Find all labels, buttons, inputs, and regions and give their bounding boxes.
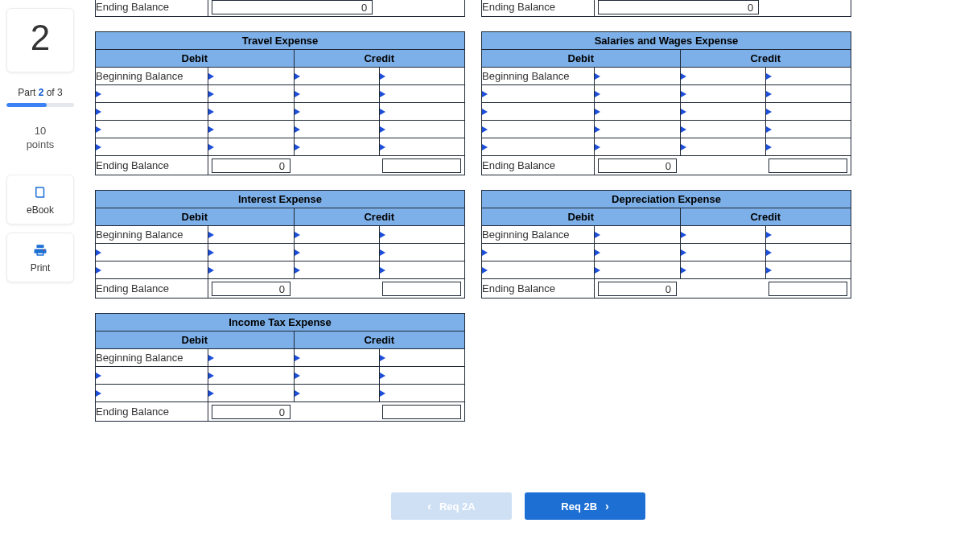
debit-input[interactable] xyxy=(595,261,679,278)
credit-input[interactable] xyxy=(295,226,379,243)
credit-input[interactable] xyxy=(295,385,379,401)
row-label-input[interactable] xyxy=(96,367,208,384)
row-label-input[interactable] xyxy=(96,385,208,401)
credit-input[interactable] xyxy=(681,85,765,102)
credit-input[interactable] xyxy=(681,261,765,278)
credit-input[interactable] xyxy=(380,85,464,102)
prev-button[interactable]: ‹ Req 2A xyxy=(391,492,512,520)
credit-input[interactable] xyxy=(295,367,379,384)
ledger-truncated-right: Beginning Balance Ending Balance 0 xyxy=(481,0,851,17)
row-label-input[interactable] xyxy=(482,85,594,102)
debit-input[interactable] xyxy=(208,85,293,102)
ending-balance-value[interactable]: 0 xyxy=(598,0,759,14)
credit-input[interactable] xyxy=(380,385,464,401)
debit-input[interactable] xyxy=(208,103,293,120)
row-label-input[interactable] xyxy=(482,138,594,155)
row-label-input[interactable] xyxy=(96,244,208,261)
ebook-button[interactable]: eBook xyxy=(6,175,74,224)
ending-credit-box[interactable] xyxy=(769,159,847,173)
ledger-title: Depreciation Expense xyxy=(482,191,851,208)
row-label-input[interactable] xyxy=(96,103,208,120)
row-label-input[interactable] xyxy=(96,85,208,102)
credit-input[interactable] xyxy=(380,367,464,384)
print-label: Print xyxy=(31,262,51,274)
ledger-truncated-left: Beginning Balance Ending Balance 0 xyxy=(95,0,465,17)
credit-input[interactable] xyxy=(681,226,765,243)
debit-input[interactable] xyxy=(208,226,293,243)
credit-input[interactable] xyxy=(766,103,851,120)
row-label-input[interactable] xyxy=(482,121,594,138)
debit-input[interactable] xyxy=(208,121,293,138)
debit-header: Debit xyxy=(96,208,295,226)
debit-input[interactable] xyxy=(208,68,293,84)
credit-input[interactable] xyxy=(766,85,851,102)
print-icon xyxy=(33,243,47,257)
ending-credit-box[interactable] xyxy=(382,405,461,419)
credit-input[interactable] xyxy=(380,244,464,261)
credit-input[interactable] xyxy=(766,226,851,243)
debit-input[interactable] xyxy=(595,121,679,138)
next-button[interactable]: Req 2B › xyxy=(525,492,645,520)
print-button[interactable]: Print xyxy=(6,233,74,282)
credit-input[interactable] xyxy=(295,68,379,84)
debit-input[interactable] xyxy=(208,349,293,366)
credit-input[interactable] xyxy=(295,349,379,366)
credit-header: Credit xyxy=(294,208,464,226)
ending-balance-value[interactable]: 0 xyxy=(212,159,291,173)
debit-input[interactable] xyxy=(208,138,293,155)
beginning-balance-label: Beginning Balance xyxy=(96,68,208,85)
credit-input[interactable] xyxy=(380,261,464,278)
beginning-balance-label: Beginning Balance xyxy=(482,68,595,85)
credit-input[interactable] xyxy=(380,121,464,138)
book-icon xyxy=(33,185,47,200)
credit-input[interactable] xyxy=(295,103,379,120)
ending-balance-value[interactable]: 0 xyxy=(212,405,291,419)
ending-credit-box[interactable] xyxy=(769,282,847,296)
ending-credit-box[interactable] xyxy=(382,282,461,296)
credit-input[interactable] xyxy=(681,138,765,155)
debit-input[interactable] xyxy=(595,138,679,155)
ending-credit-box[interactable] xyxy=(382,159,461,173)
credit-input[interactable] xyxy=(681,244,765,261)
ledger-title: Interest Expense xyxy=(96,191,465,208)
credit-input[interactable] xyxy=(380,138,464,155)
debit-input[interactable] xyxy=(595,244,679,261)
row-label-input[interactable] xyxy=(96,121,208,138)
credit-input[interactable] xyxy=(295,85,379,102)
row-label-input[interactable] xyxy=(482,261,594,278)
ending-balance-value[interactable]: 0 xyxy=(598,282,677,296)
credit-input[interactable] xyxy=(380,226,464,243)
debit-input[interactable] xyxy=(208,244,293,261)
credit-input[interactable] xyxy=(766,261,851,278)
credit-input[interactable] xyxy=(380,68,464,84)
credit-input[interactable] xyxy=(295,138,379,155)
progress-bar xyxy=(6,103,74,107)
credit-input[interactable] xyxy=(681,103,765,120)
ending-balance-label: Ending Balance xyxy=(96,402,208,422)
credit-input[interactable] xyxy=(295,244,379,261)
credit-input[interactable] xyxy=(295,261,379,278)
debit-input[interactable] xyxy=(208,367,293,384)
debit-input[interactable] xyxy=(595,226,679,243)
debit-input[interactable] xyxy=(208,385,293,401)
credit-input[interactable] xyxy=(766,68,851,84)
credit-input[interactable] xyxy=(295,121,379,138)
row-label-input[interactable] xyxy=(96,261,208,278)
ending-balance-value[interactable]: 0 xyxy=(212,282,291,296)
row-label-input[interactable] xyxy=(482,103,594,120)
credit-input[interactable] xyxy=(380,103,464,120)
debit-input[interactable] xyxy=(595,103,679,120)
credit-input[interactable] xyxy=(766,244,851,261)
debit-input[interactable] xyxy=(595,85,679,102)
row-label-input[interactable] xyxy=(482,244,594,261)
row-label-input[interactable] xyxy=(96,138,208,155)
credit-input[interactable] xyxy=(681,68,765,84)
credit-input[interactable] xyxy=(766,121,851,138)
debit-input[interactable] xyxy=(595,68,679,84)
ending-balance-value[interactable]: 0 xyxy=(598,159,677,173)
debit-input[interactable] xyxy=(208,261,293,278)
credit-input[interactable] xyxy=(681,121,765,138)
credit-input[interactable] xyxy=(766,138,851,155)
ending-balance-value[interactable]: 0 xyxy=(212,0,373,14)
credit-input[interactable] xyxy=(380,349,464,366)
